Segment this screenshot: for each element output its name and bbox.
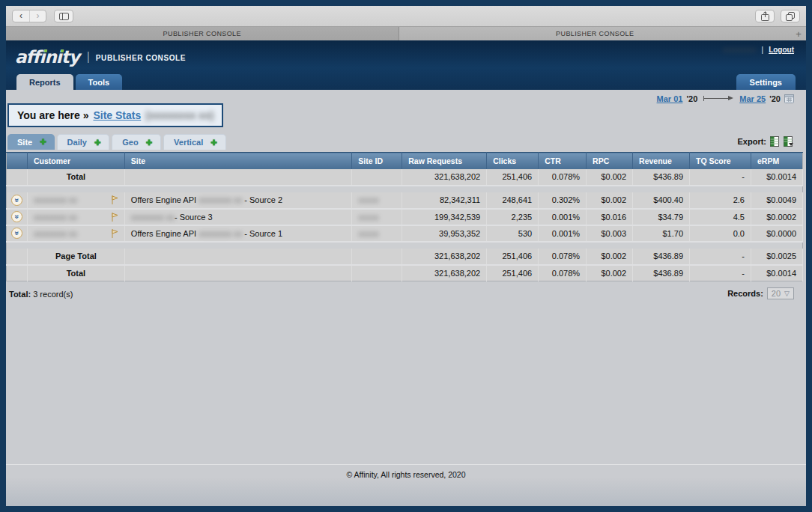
records-value: 20	[772, 289, 781, 298]
breadcrumb-site-stats-link[interactable]: Site Stats	[93, 109, 141, 121]
start-date-link[interactable]: Mar 01	[657, 94, 683, 103]
column-header-expand	[7, 153, 28, 169]
cell-customer: xxxxxxxx xx	[27, 192, 124, 209]
cell-site: Offers Engine API xxxxxxxx xx - Source 2	[124, 192, 351, 209]
cell-expand: »	[7, 192, 28, 209]
calendar-icon[interactable]	[784, 94, 794, 103]
cell-rpc: $0.002	[587, 192, 633, 209]
flag-icon[interactable]	[112, 195, 118, 204]
browser-tab-strip: PUBLISHER CONSOLE PUBLISHER CONSOLE +	[6, 26, 806, 40]
logo-dot-icon	[44, 49, 47, 52]
cell-site	[124, 265, 351, 281]
back-icon: ‹	[19, 10, 22, 21]
tab-site-label: Site	[17, 138, 32, 147]
tab-vertical[interactable]: Vertical ✚	[163, 134, 226, 150]
site-blurred: xxxxxxxx xx	[199, 195, 244, 204]
expand-row-icon[interactable]: »	[11, 228, 22, 239]
cell-revenue: $436.89	[633, 169, 690, 186]
content-area: Mar 01 '20 Mar 25 '20 You are here » Sit…	[6, 90, 806, 506]
cell-tq-score: -	[690, 265, 751, 281]
customer-name: xxxxxxxx xx	[34, 229, 77, 238]
breadcrumb-context: (xxxxxxxx xx)	[145, 109, 213, 121]
forward-icon: ›	[37, 10, 40, 21]
leaf-icon: ✚	[40, 138, 46, 146]
column-header-revenue[interactable]: Revenue	[633, 153, 690, 169]
expand-row-icon[interactable]: »	[11, 211, 22, 222]
browser-tab-1[interactable]: PUBLISHER CONSOLE	[6, 27, 399, 40]
footer: © Affinity, All rights reserved, 2020	[6, 464, 806, 479]
column-header-erpm[interactable]: eRPM	[751, 153, 802, 169]
cell-raw-requests: 39,953,352	[402, 225, 487, 242]
new-tab-button[interactable]: +	[791, 27, 806, 40]
tab-geo[interactable]: Geo ✚	[112, 134, 161, 150]
column-header-site[interactable]: Site	[124, 153, 351, 169]
forward-button[interactable]: ›	[29, 10, 46, 22]
logout-link[interactable]: Logout	[769, 46, 794, 54]
tab-tools[interactable]: Tools	[76, 74, 123, 90]
date-range: Mar 01 '20 Mar 25 '20	[657, 94, 794, 103]
tab-site[interactable]: Site ✚	[7, 134, 55, 150]
site-stats-table: Customer Site Site ID Raw Requests Click…	[6, 152, 803, 281]
expand-row-icon[interactable]: »	[11, 195, 22, 206]
cell-rpc: $0.003	[587, 225, 633, 242]
export-excel-all-icon[interactable]	[783, 136, 794, 147]
cell-ctr: 0.302%	[539, 192, 587, 209]
cell-raw-requests: 321,638,202	[402, 265, 487, 281]
cell-site-id: xxxxx	[352, 225, 402, 242]
end-date-year: '20	[769, 94, 781, 103]
cell-expand: »	[7, 209, 28, 225]
column-header-customer[interactable]: Customer	[27, 153, 124, 169]
cell-ctr: 0.001%	[539, 209, 587, 225]
share-icon	[761, 11, 769, 21]
sidebar-toggle-button[interactable]	[54, 10, 73, 22]
records-label: Records:	[727, 289, 763, 298]
customer-name: xxxxxxxx xx	[34, 213, 77, 222]
tab-settings[interactable]: Settings	[736, 74, 796, 90]
cell-ctr: 0.001%	[539, 225, 587, 242]
site-blurred: xxxxxxxx xx	[131, 213, 175, 222]
cell-empty	[7, 249, 28, 265]
tabs-overview-button[interactable]	[781, 10, 800, 22]
browser-tab-2[interactable]: PUBLISHER CONSOLE	[399, 27, 792, 40]
cell-customer: xxxxxxxx xx	[27, 225, 124, 242]
site-prefix: Offers Engine API	[131, 229, 199, 238]
cell-erpm: $0.0002	[751, 209, 802, 225]
breadcrumb-prefix: You are here »	[17, 109, 88, 121]
cell-site-id: xxxxx	[352, 192, 402, 209]
cell-erpm: $0.0049	[751, 192, 802, 209]
column-header-clicks[interactable]: Clicks	[487, 153, 539, 169]
export-bar: Export:	[738, 136, 795, 147]
site-id: xxxxx	[358, 229, 379, 238]
column-header-tq-score[interactable]: TQ Score	[690, 153, 751, 169]
tab-geo-label: Geo	[122, 138, 138, 147]
column-header-raw-requests[interactable]: Raw Requests	[402, 153, 487, 169]
user-separator: |	[762, 46, 764, 54]
end-date-link[interactable]: Mar 25	[739, 94, 766, 103]
record-count-value: 3 record(s)	[31, 290, 73, 299]
spacer-row	[7, 242, 803, 249]
column-header-site-id[interactable]: Site ID	[352, 153, 402, 169]
cell-site-id	[352, 265, 402, 281]
cell-clicks: 248,641	[487, 192, 539, 209]
export-excel-icon[interactable]	[769, 136, 780, 147]
cell-expand: »	[7, 225, 28, 242]
tab-daily[interactable]: Daily ✚	[57, 134, 110, 150]
report-tabs: Site ✚ Daily ✚ Geo ✚ Vertical ✚	[7, 134, 226, 150]
column-header-rpc[interactable]: RPC	[587, 153, 633, 169]
table-row: » xxxxxxxx xx Offers Engine API xxxxxxxx…	[7, 225, 803, 242]
flag-icon[interactable]	[112, 213, 118, 222]
records-dropdown[interactable]: 20 ▽	[767, 287, 794, 299]
cell-revenue: $34.79	[633, 209, 690, 225]
cell-raw-requests: 199,342,539	[402, 209, 487, 225]
tab-reports[interactable]: Reports	[16, 74, 73, 90]
flag-icon[interactable]	[112, 229, 118, 238]
share-button[interactable]	[755, 10, 775, 22]
sidebar-icon	[59, 13, 69, 20]
cell-revenue: $436.89	[633, 249, 690, 265]
column-header-ctr[interactable]: CTR	[539, 153, 587, 169]
cell-erpm: $0.0014	[751, 265, 802, 281]
back-button[interactable]: ‹	[13, 10, 29, 22]
copyright-text: © Affinity, All rights reserved, 2020	[6, 465, 806, 479]
record-count-label: Total:	[9, 290, 31, 299]
spacer-row	[7, 186, 803, 192]
